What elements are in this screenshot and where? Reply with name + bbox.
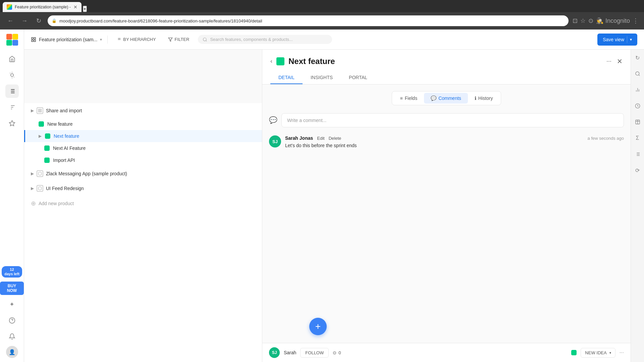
sidebar-item-lightbulb[interactable] [5,68,19,82]
comment-text: Let's do this before the sprint ends [285,142,624,149]
content-split: ▶ Share and import New feature [24,50,644,362]
sidebar-item-filter[interactable] [5,101,19,114]
detail-more-button[interactable]: ··· [604,56,614,66]
history-label: History [478,96,493,101]
group-ui-feed[interactable]: ▶ UI Feed Redesign [24,181,262,196]
icon-sidebar: 12 days left BUY NOW ✦ 👤 [0,29,24,362]
right-icon-sigma[interactable]: Σ [632,133,643,143]
tab-detail[interactable]: DETAIL [270,71,303,84]
detail-panel: + ‹ Next feature ··· ✕ DETAIL INSIGHTS [262,50,631,362]
svg-marker-27 [168,38,172,41]
group-label: Share and import [46,108,82,113]
user-avatar[interactable]: 👤 [6,346,18,358]
detail-title: Next feature [288,57,600,66]
comment-body: Sarah Jonas Edit Delete a few seconds ag… [285,135,624,149]
sidebar-item-help[interactable] [5,314,19,327]
reload-button[interactable]: ↻ [34,16,44,26]
sub-tab-history[interactable]: ℹ History [468,93,500,104]
board-name[interactable]: Feature prioritization (sam... ▾ [31,37,102,42]
svg-rect-30 [39,109,40,111]
sub-tab-comments[interactable]: 💬 Comments [424,93,468,104]
comment-input-icon: 💬 [269,116,277,124]
svg-rect-31 [40,109,42,111]
sub-tab-fields[interactable]: ≡ Fields [393,93,424,104]
new-idea-button[interactable]: NEW IDEA ▾ [581,348,615,358]
comment-meta: Sarah Jonas Edit Delete a few seconds ag… [285,135,624,141]
comment-delete-button[interactable]: Delete [329,136,341,141]
zlack-label: Zlack Messaging App (sample product) [46,171,127,176]
feature-item-ai[interactable]: Next AI Feature [24,142,262,154]
browser-nav: ← → ↻ 🔒 moodjoy.productboard.com/feature… [0,12,644,29]
sidebar-item-bell[interactable] [5,330,19,343]
sidebar-item-list[interactable] [5,84,19,98]
detail-header: ‹ Next feature ··· ✕ DETAIL INSIGHTS POR… [262,50,631,84]
hierarchy-icon [116,37,121,42]
profile-icon[interactable]: ⊙ [588,17,593,24]
feature-item-new[interactable]: New feature [24,118,262,130]
tab-insights[interactable]: INSIGHTS [303,71,341,84]
svg-rect-24 [32,40,33,42]
address-bar[interactable]: 🔒 moodjoy.productboard.com/feature-board… [48,15,569,26]
right-icon-chart[interactable] [632,84,643,95]
tab-close-button[interactable]: ✕ [73,4,77,10]
comments-label: Comments [438,96,461,101]
right-icon-sync[interactable]: ⟳ [632,165,643,176]
search-bar[interactable]: Search features, components & products..… [198,35,332,44]
comment-placeholder: Write a comment... [287,118,326,123]
cast-icon[interactable]: ⊡ [573,17,578,24]
right-icon-list[interactable] [632,149,643,160]
history-icon: ℹ [475,96,476,101]
svg-rect-34 [39,172,42,175]
group-zlack[interactable]: ▶ Zlack Messaging App (sample product) [24,166,262,181]
svg-rect-23 [34,40,36,42]
new-tab-button[interactable]: + [83,6,87,12]
buy-now-button[interactable]: BUY NOW [0,282,24,295]
svg-rect-32 [40,111,42,112]
logo[interactable] [6,34,18,46]
right-side-panel: ↻ [631,50,644,362]
feature-dot-import [44,158,50,163]
sidebar-item-home[interactable] [5,52,19,66]
fab-button[interactable]: + [309,318,327,335]
add-product-button[interactable]: ⊕ Add new product [24,196,262,211]
tab-portal[interactable]: PORTAL [341,71,375,84]
sidebar-item-sparkle[interactable]: ✦ [5,298,19,311]
menu-icon[interactable]: ⋮ [633,17,639,24]
feature-item-next[interactable]: ▶ Next feature [24,130,262,142]
svg-line-7 [10,73,10,73]
right-icon-search[interactable] [632,68,643,79]
incognito-icon: 🕵 [596,17,603,24]
group-share-import[interactable]: ▶ Share and import [24,103,262,118]
forward-button[interactable]: → [19,16,30,26]
active-tab[interactable]: Feature prioritization (sample) - ✕ [3,2,82,12]
svg-point-4 [10,74,13,76]
right-icon-table[interactable] [632,117,643,127]
detail-close-button[interactable]: ✕ [617,57,623,65]
search-placeholder: Search features, components & products..… [210,37,292,42]
new-idea-chevron: ▾ [609,351,611,355]
feature-item-import[interactable]: Import API [24,154,262,166]
right-icon-refresh[interactable]: ↻ [632,52,643,63]
comment-input[interactable]: Write a comment... [281,113,624,127]
detail-back-button[interactable]: ‹ [270,58,272,65]
filter-icon [168,37,173,42]
zlack-chevron: ▶ [31,171,34,176]
svg-point-28 [203,38,206,41]
filter-button[interactable]: FILTER [165,35,193,44]
ui-feed-label: UI Feed Redesign [46,186,84,191]
feature-dot-next [45,133,50,139]
detail-content: ≡ Fields 💬 Comments ℹ History [262,84,631,343]
save-view-button[interactable]: Save view ▾ [597,34,637,46]
sidebar-item-star[interactable] [5,117,19,130]
right-icon-clock[interactable] [632,101,643,111]
comment-author: Sarah Jonas [285,135,313,141]
ui-feed-chevron: ▶ [31,186,34,191]
back-button[interactable]: ← [5,16,15,26]
footer-user: Sarah [284,350,296,355]
follow-button[interactable]: FOLLOW [300,348,329,358]
comment-edit-button[interactable]: Edit [317,136,324,141]
hierarchy-button[interactable]: BY HIERARCHY [113,35,159,44]
footer-more-button[interactable]: ··· [620,350,624,356]
bookmark-icon[interactable]: ☆ [580,17,586,24]
footer-avatar: SJ [269,347,280,358]
